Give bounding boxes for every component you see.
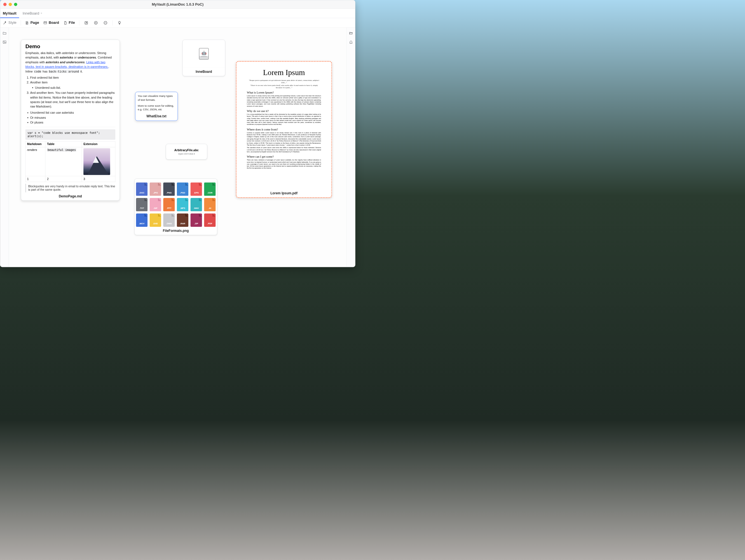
tab-inneboard[interactable]: InneBoard × — [22, 9, 43, 18]
card-caption: DemoPage.md — [21, 192, 120, 200]
file-type-icon: .EPS — [191, 183, 202, 196]
board-preview: 🤖 — [183, 40, 225, 68]
th: Markdown — [26, 142, 45, 147]
card-caption: WhatElse.txt — [135, 112, 178, 121]
new-board-button[interactable]: Board — [43, 21, 59, 25]
blockquote: Blockquotes are very handy in email to e… — [26, 184, 115, 192]
pdf-title: Lorem Ipsum — [247, 68, 321, 77]
open-external-button[interactable] — [349, 31, 353, 36]
folder-open-icon — [349, 31, 353, 35]
file-type-icon: .MP3 — [177, 198, 188, 211]
app-window: MyVault (LimanDoc 1.0.3 PoC) MyVault Inn… — [0, 0, 355, 267]
tab-label: MyVault — [3, 11, 17, 15]
abc-body: ArbitraryFile.abc Open Ctrl+Click it — [166, 144, 207, 155]
zoom-in-button[interactable] — [93, 20, 98, 26]
tips-button[interactable] — [117, 20, 122, 26]
file-type-icon: .JPG — [150, 183, 161, 196]
page-icon — [25, 21, 29, 25]
style-button[interactable]: Style — [3, 21, 17, 25]
card-inneboard[interactable]: 🤖 InneBoard — [183, 40, 225, 76]
page-label: Page — [31, 21, 39, 25]
lightbulb-icon — [118, 21, 122, 25]
folder-icon — [2, 31, 6, 35]
left-rail — [0, 28, 9, 267]
file-type-icon: .PDF — [204, 213, 216, 227]
file-type-icon: .MOV — [136, 213, 148, 227]
abc-title: ArbitraryFile.abc — [168, 148, 204, 152]
file-type-icon: .TXT — [136, 198, 148, 211]
svg-rect-4 — [3, 40, 6, 43]
pdf-section-heading: What is Lorem Ipsum? — [247, 91, 321, 94]
window-controls — [0, 3, 17, 6]
notifications-button[interactable] — [349, 40, 353, 44]
table-row: renders beautiful images — [26, 147, 115, 176]
list-item: Or pluses — [30, 120, 115, 125]
close-icon[interactable]: × — [40, 11, 42, 15]
fullscreen-window-button[interactable] — [14, 3, 17, 6]
file-type-icon: .GIF — [150, 198, 161, 211]
wand-icon — [3, 21, 7, 25]
th: Table — [45, 142, 82, 147]
file-icon — [63, 21, 67, 25]
list-item: And another item. You can have properly … — [30, 90, 115, 109]
pdf-section-paragraph: The standard chunk of Lorem Ipsum used s… — [247, 147, 321, 153]
pdf-quote: "Neque porro quisquam est qui dolorem ip… — [247, 79, 321, 84]
abc-hint: Open Ctrl+Click it — [168, 153, 204, 155]
expand-button[interactable] — [84, 20, 89, 26]
file-type-icon: .PNG — [163, 183, 175, 196]
file-type-icon: .ZIP — [191, 213, 202, 227]
pdf-section-heading: Where does it come from? — [247, 128, 321, 131]
pdf-section-heading: Where can I get some? — [247, 155, 321, 158]
sub-list: Unordered sub-list. — [30, 85, 115, 90]
card-fileformats-png[interactable]: .DOC.JPG.PNG.PSD.EPS.CDR.TXT.GIF.PPT.MP3… — [134, 179, 217, 235]
minimize-window-button[interactable] — [9, 3, 12, 6]
svg-point-5 — [4, 41, 4, 42]
mountain-image — [84, 148, 110, 175]
files-panel-button[interactable] — [2, 31, 7, 36]
card-caption: FileFormats.png — [135, 227, 217, 235]
image-icon — [2, 40, 6, 44]
demo-heading: Demo — [26, 43, 115, 49]
card-demo-page[interactable]: Demo Emphasis, aka italics, with asteris… — [21, 40, 120, 201]
titlebar: MyVault (LimanDoc 1.0.3 PoC) — [0, 0, 355, 9]
media-panel-button[interactable] — [2, 40, 7, 44]
card-arbitrary-file[interactable]: ArbitraryFile.abc Open Ctrl+Click it — [166, 144, 207, 160]
card-whatelse-txt[interactable]: You can visualize many types of text for… — [135, 92, 178, 121]
card-body: Demo Emphasis, aka italics, with asteris… — [21, 40, 120, 192]
board-label: Board — [49, 21, 59, 25]
file-type-icon: .RAR — [177, 213, 188, 227]
zoom-out-button[interactable] — [103, 20, 108, 26]
list-item: Unordered list can use asterisks — [30, 110, 115, 115]
table-row: 1 2 3 — [26, 176, 115, 182]
pdf-quote: "There is no one who loves pain itself, … — [247, 84, 321, 89]
robot-doc-icon: 🤖 — [199, 48, 208, 59]
right-rail — [347, 28, 355, 267]
file-type-icon: .EXE — [150, 213, 161, 227]
window-title: MyVault (LimanDoc 1.0.3 PoC) — [152, 2, 204, 6]
unordered-list: Unordered list can use asterisks Or minu… — [26, 110, 115, 125]
file-label: File — [69, 21, 75, 25]
new-file-button[interactable]: File — [63, 21, 75, 25]
pdf-section-paragraph: Contrary to popular belief, Lorem Ipsum … — [247, 132, 321, 146]
code-block: var s = "code blocks use monospace font"… — [26, 129, 115, 139]
card-caption: InneBoard — [183, 68, 225, 76]
expand-icon — [84, 21, 88, 25]
card-lorem-pdf[interactable]: Lorem Ipsum "Neque porro quisquam est qu… — [236, 61, 332, 198]
toolbar: Style Page Board File — [0, 18, 355, 27]
file-type-icon: .CDR — [204, 183, 216, 196]
file-type-icon: .PPT — [163, 198, 175, 211]
ordered-list: First ordered list item Another item Uno… — [26, 75, 115, 109]
board-canvas[interactable]: Demo Emphasis, aka italics, with asteris… — [9, 28, 347, 267]
demo-table: Markdown Table Extension renders beautif… — [26, 141, 115, 182]
file-format-grid: .DOC.JPG.PNG.PSD.EPS.CDR.TXT.GIF.PPT.MP3… — [135, 179, 217, 227]
list-item: Unordered sub-list. — [35, 85, 115, 90]
tab-myvault[interactable]: MyVault — [2, 9, 17, 18]
close-window-button[interactable] — [3, 3, 6, 6]
new-page-button[interactable]: Page — [25, 21, 39, 25]
pdf-page: Lorem Ipsum "Neque porro quisquam est qu… — [237, 63, 330, 188]
pdf-section-paragraph: It is a long established fact that a rea… — [247, 114, 321, 126]
card-caption: Lorem Ipsum.pdf — [236, 189, 332, 197]
main-area: Demo Emphasis, aka italics, with asteris… — [0, 28, 355, 267]
list-item: Or minuses — [30, 115, 115, 120]
list-item: Another item Unordered sub-list. — [30, 80, 115, 90]
